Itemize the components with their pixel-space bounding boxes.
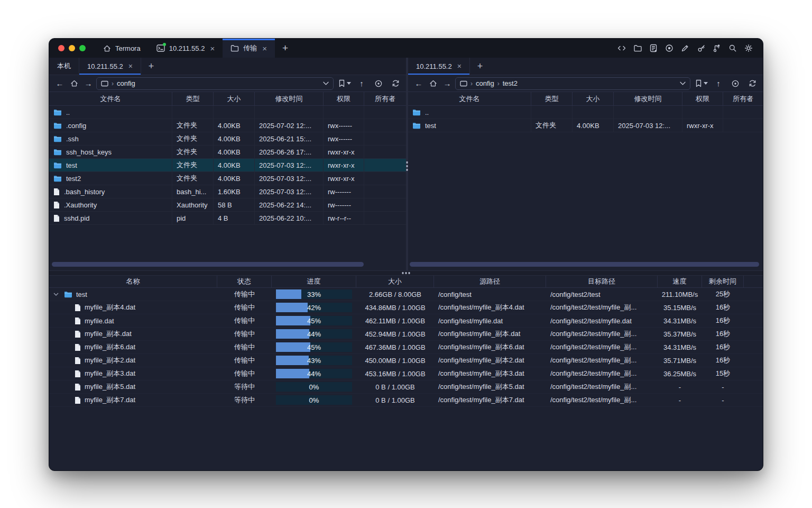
column-header[interactable]: 源路径: [434, 276, 546, 287]
key-icon[interactable]: [696, 43, 706, 53]
show-hidden-files-button[interactable]: [372, 77, 385, 90]
edit-icon[interactable]: [680, 43, 690, 53]
panel-tab-host[interactable]: 10.211.55.2 ×: [79, 58, 141, 75]
table-row[interactable]: sshd.pid pid 4 B 2025-06-22 10:... rw-r-…: [49, 212, 406, 225]
cell-size: 4.00KB: [214, 159, 255, 171]
parent-directory-button[interactable]: ↑: [712, 77, 725, 90]
table-row[interactable]: ..: [49, 106, 406, 119]
column-header[interactable]: 权限: [682, 92, 723, 105]
bookmark-button[interactable]: [695, 79, 708, 87]
close-tab-icon[interactable]: ×: [210, 44, 215, 53]
keychain-icon[interactable]: [712, 43, 722, 53]
table-row[interactable]: ssh_host_keys 文件夹 4.00KB 2025-06-26 17:.…: [49, 146, 406, 159]
table-row[interactable]: test2 文件夹 4.00KB 2025-07-03 12:... rwxr-…: [49, 172, 406, 185]
caret-down-icon[interactable]: [347, 82, 351, 85]
column-header[interactable]: 进度: [272, 276, 356, 287]
new-tab-button[interactable]: +: [275, 39, 296, 58]
horizontal-scrollbar[interactable]: [410, 262, 759, 267]
back-button[interactable]: ←: [53, 77, 66, 90]
home-button[interactable]: [427, 77, 439, 90]
tab-transfer[interactable]: 传输 ×: [223, 39, 275, 58]
breadcrumb-segment[interactable]: › test2: [497, 79, 518, 87]
column-header[interactable]: 修改时间: [614, 92, 682, 105]
column-header[interactable]: 修改时间: [255, 92, 324, 105]
column-header[interactable]: 类型: [531, 92, 573, 105]
column-header[interactable]: 剩余时间: [702, 276, 744, 287]
tab-home[interactable]: Termora: [95, 39, 149, 58]
minimize-window-button[interactable]: [69, 45, 75, 51]
column-header[interactable]: 大小: [356, 276, 434, 287]
tab-transfer-label: 传输: [243, 43, 257, 53]
column-header[interactable]: 文件名: [49, 92, 172, 105]
forward-button[interactable]: →: [82, 77, 95, 90]
new-panel-tab-button[interactable]: +: [470, 58, 490, 75]
tab-host-session[interactable]: 10.211.55.2 ×: [149, 39, 223, 58]
chevron-down-icon[interactable]: [323, 81, 329, 85]
table-row[interactable]: test 文件夹 4.00KB 2025-07-03 12:... rwxr-x…: [408, 119, 763, 132]
panel-tab-host[interactable]: 10.211.55.2 ×: [408, 58, 470, 75]
cell-owner: [364, 106, 406, 119]
panel-tab-local[interactable]: 本机: [49, 58, 79, 75]
column-header[interactable]: 名称: [49, 276, 217, 287]
close-tab-icon[interactable]: ×: [457, 62, 462, 70]
log-icon[interactable]: [649, 43, 658, 53]
forward-button[interactable]: →: [441, 77, 454, 90]
column-header[interactable]: 所有者: [723, 92, 763, 105]
parent-directory-button[interactable]: ↑: [355, 77, 368, 90]
column-header[interactable]: 大小: [573, 92, 614, 105]
transfer-row[interactable]: myfile_副本2.dat 传输中 43% 450.00MB / 1.00GB…: [49, 354, 763, 367]
column-header[interactable]: 文件名: [408, 92, 531, 105]
transfer-row[interactable]: myfile_副本3.dat 传输中 44% 453.16MB / 1.00GB…: [49, 367, 763, 380]
transfer-row[interactable]: myfile_副本5.dat 等待中 0% 0 B / 1.00GB /conf…: [49, 380, 763, 394]
table-row[interactable]: ..: [408, 106, 763, 119]
breadcrumb[interactable]: › config › test2: [455, 77, 690, 90]
bookmark-button[interactable]: [338, 79, 351, 87]
table-row[interactable]: test 文件夹 4.00KB 2025-07-03 12:... rwxr-x…: [49, 159, 406, 172]
close-tab-icon[interactable]: ×: [128, 62, 133, 70]
column-header[interactable]: 大小: [214, 92, 255, 105]
breadcrumb-segment[interactable]: › config: [470, 79, 494, 87]
horizontal-scrollbar[interactable]: [52, 262, 364, 267]
cell-owner: [364, 172, 406, 185]
back-button[interactable]: ←: [412, 77, 425, 90]
breadcrumb-segment[interactable]: › config: [112, 79, 135, 87]
column-header[interactable]: 目标路径: [546, 276, 658, 287]
record-icon[interactable]: [665, 43, 674, 53]
folder-icon[interactable]: [633, 43, 642, 53]
chevron-down-icon[interactable]: [53, 293, 60, 296]
code-icon[interactable]: [617, 43, 626, 53]
column-header[interactable]: 类型: [172, 92, 214, 105]
table-row[interactable]: .ssh 文件夹 4.00KB 2025-06-21 15:... rwx---…: [49, 132, 406, 146]
column-header[interactable]: 所有者: [364, 92, 406, 105]
table-row[interactable]: .bash_history bash_hi... 1.60KB 2025-07-…: [49, 185, 406, 198]
transfer-row[interactable]: myfile.dat 传输中 45% 462.11MB / 1.00GB /co…: [49, 314, 763, 328]
column-header[interactable]: 权限: [324, 92, 364, 105]
close-window-button[interactable]: [58, 45, 64, 51]
breadcrumb[interactable]: › config: [96, 77, 334, 90]
chevron-down-icon[interactable]: [680, 81, 686, 85]
cell-size: 462.11MB / 1.00GB: [356, 314, 434, 327]
refresh-button[interactable]: [746, 77, 759, 90]
new-panel-tab-button[interactable]: +: [141, 58, 161, 75]
transfer-name: myfile_副本5.dat: [85, 382, 135, 392]
transfer-row[interactable]: test 传输中 33% 2.66GB / 8.00GB /config/tes…: [49, 288, 763, 301]
close-tab-icon[interactable]: ×: [262, 44, 267, 53]
transfer-row[interactable]: myfile_副本7.dat 等待中 0% 0 B / 1.00GB /conf…: [49, 394, 763, 407]
transfer-row[interactable]: myfile_副本6.dat 传输中 45% 467.36MB / 1.00GB…: [49, 341, 763, 354]
column-header[interactable]: 状态: [217, 276, 272, 287]
refresh-button[interactable]: [389, 77, 402, 90]
table-row[interactable]: .config 文件夹 4.00KB 2025-07-02 12:... rwx…: [49, 119, 406, 132]
caret-down-icon[interactable]: [704, 82, 708, 85]
horizontal-splitter[interactable]: [49, 270, 763, 276]
show-hidden-files-button[interactable]: [729, 77, 742, 90]
home-button[interactable]: [68, 77, 80, 90]
transfer-row[interactable]: myfile_副本4.dat 传输中 42% 434.86MB / 1.00GB…: [49, 301, 763, 314]
table-row[interactable]: .Xauthority Xauthority 58 B 2025-06-22 1…: [49, 198, 406, 212]
right-file-rows: .. test: [408, 106, 763, 132]
settings-icon[interactable]: [744, 43, 753, 53]
search-icon[interactable]: [728, 43, 737, 53]
zoom-window-button[interactable]: [79, 45, 86, 51]
cell-progress: 33%: [272, 288, 356, 301]
column-header[interactable]: 速度: [658, 276, 702, 287]
transfer-row[interactable]: myfile_副本.dat 传输中 44% 452.94MB / 1.00GB …: [49, 328, 763, 341]
